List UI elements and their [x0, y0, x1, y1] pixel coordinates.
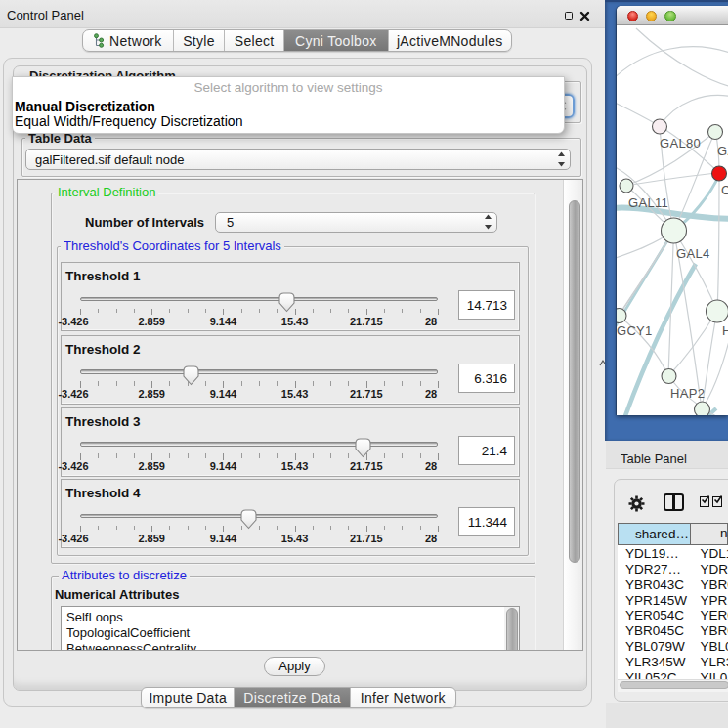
- svg-text:GAL11: GAL11: [628, 195, 668, 210]
- svg-text:GAL7: GAL7: [717, 144, 728, 158]
- svg-text:GCY1: GCY1: [617, 323, 653, 338]
- svg-text:GAL4: GAL4: [676, 246, 709, 261]
- svg-text:H: H: [722, 323, 728, 338]
- svg-text:GAL80: GAL80: [660, 136, 701, 150]
- svg-text:C: C: [721, 183, 728, 197]
- svg-text:HAP2: HAP2: [670, 386, 705, 401]
